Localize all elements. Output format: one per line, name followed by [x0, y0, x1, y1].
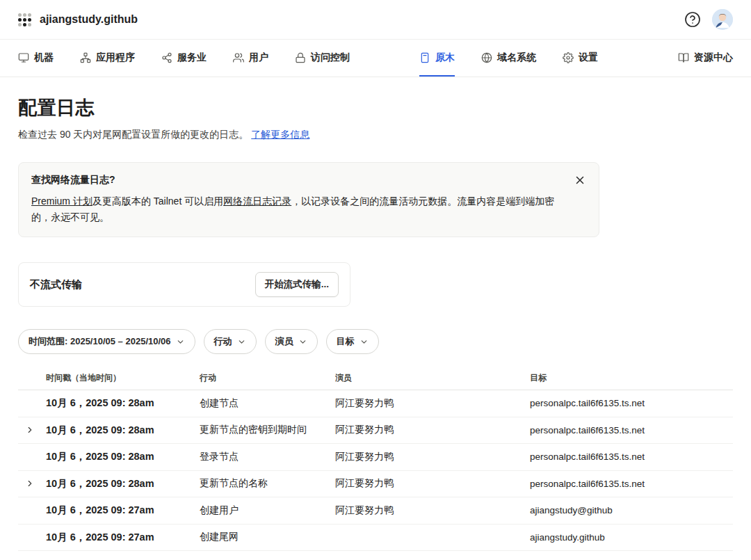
machines-icon [18, 52, 29, 63]
table-row: 10月 6，2025 09: 27am 创建用户 阿江要努力鸭 ajiangst… [18, 497, 733, 525]
log-target: personalpc.tail6f6135.ts.net [530, 398, 733, 408]
col-header-target: 目标 [530, 372, 733, 384]
help-button[interactable] [684, 11, 701, 28]
log-target: personalpc.tail6f6135.ts.net [530, 479, 733, 489]
banner-text-1: 及更高版本的 Tailnet 可以启用 [92, 195, 223, 207]
nav-label: 访问控制 [311, 51, 350, 64]
main-content: 配置日志 检查过去 90 天内对尾网配置设置所做的更改的日志。 了解更多信息 查… [0, 95, 751, 560]
col-header-actor: 演员 [335, 372, 530, 384]
nav-item-services[interactable]: 服务业 [161, 40, 207, 77]
target-filter-label: 目标 [337, 335, 355, 348]
chevron-down-icon [176, 337, 185, 346]
log-action: 登录节点 [200, 451, 335, 463]
nav-item-dns[interactable]: 域名系统 [481, 40, 536, 77]
page-subtitle: 检查过去 90 天内对尾网配置设置所做的更改的日志。 了解更多信息 [18, 129, 733, 141]
banner-title: 查找网络流量日志? [31, 174, 565, 186]
nav-label: 用户 [249, 51, 268, 64]
nav-label: 资源中心 [694, 51, 733, 64]
subtitle-text: 检查过去 90 天内对尾网配置设置所做的更改的日志。 [18, 129, 248, 140]
services-icon [161, 52, 172, 63]
dns-icon [481, 52, 492, 63]
log-action: 更新节点的名称 [200, 477, 335, 490]
nav-item-logs[interactable]: 原木 [419, 40, 455, 77]
target-filter[interactable]: 目标 [326, 329, 379, 354]
log-target: personalpc.tail6f6135.ts.net [530, 451, 733, 462]
nav-label: 应用程序 [96, 51, 135, 64]
row-expand-chevron[interactable] [25, 422, 40, 438]
nav-item-access-controls[interactable]: 访问控制 [295, 40, 350, 77]
log-target: ajiangstudy.github [530, 532, 733, 543]
book-icon [678, 52, 689, 63]
nav-label: 服务业 [177, 51, 207, 64]
row-expand-chevron[interactable] [25, 476, 40, 491]
apps-icon [80, 52, 91, 63]
top-header: ajiangstudy.github [0, 0, 751, 40]
log-actor: 阿江要努力鸭 [335, 397, 530, 410]
close-icon [574, 174, 586, 186]
banner-body: Premium 计划及更高版本的 Tailnet 可以启用网络流日志记录，以记录… [31, 193, 565, 225]
network-flow-logs-banner: 查找网络流量日志? Premium 计划及更高版本的 Tailnet 可以启用网… [18, 162, 599, 237]
nav-item-machines[interactable]: 机器 [18, 40, 54, 77]
table-row: 10月 6，2025 09: 28am 创建节点 阿江要努力鸭 personal… [18, 390, 733, 417]
network-flow-logging-link[interactable]: 网络流日志记录 [223, 195, 291, 207]
table-row: 10月 6，2025 09: 27am 创建尾网 ajiangstudy.git… [18, 525, 733, 552]
logs-table-body: 10月 6，2025 09: 28am 创建节点 阿江要努力鸭 personal… [18, 390, 733, 551]
nav-label: 设置 [579, 51, 598, 64]
nav-item-settings[interactable]: 设置 [563, 40, 598, 77]
log-action: 创建节点 [200, 397, 335, 410]
premium-plan-link[interactable]: Premium 计划 [31, 195, 92, 207]
log-actor: 阿江要努力鸭 [335, 424, 530, 436]
learn-more-link[interactable]: 了解更多信息 [251, 129, 309, 140]
start-streaming-button[interactable]: 开始流式传输... [255, 272, 339, 297]
log-action: 更新节点的密钥到期时间 [200, 424, 335, 436]
col-header-timestamp: 时间戳（当地时间） [46, 372, 200, 384]
chevron-down-icon [360, 337, 369, 346]
actor-filter[interactable]: 演员 [265, 329, 318, 354]
col-header-action: 行动 [200, 372, 335, 384]
user-avatar[interactable] [712, 9, 733, 30]
log-actor: 阿江要努力鸭 [335, 504, 530, 517]
log-target: personalpc.tail6f6135.ts.net [530, 425, 733, 435]
date-range-filter[interactable]: 时间范围: 2025/10/05 – 2025/10/06 [18, 329, 195, 354]
org-name: ajiangstudy.github [40, 13, 138, 26]
help-circle-icon [684, 11, 701, 28]
log-timestamp: 10月 6，2025 09: 27am [46, 504, 200, 517]
log-timestamp: 10月 6，2025 09: 28am [46, 450, 200, 463]
log-action: 创建尾网 [200, 531, 335, 543]
table-row: 10月 6，2025 09: 28am 更新节点的名称 阿江要努力鸭 perso… [18, 471, 733, 498]
table-row: 10月 6，2025 09: 28am 登录节点 阿江要努力鸭 personal… [18, 444, 733, 471]
logs-icon [419, 52, 430, 63]
nav-label: 机器 [34, 51, 54, 64]
nav-item-resource-center[interactable]: 资源中心 [678, 40, 733, 77]
table-row: 10月 6，2025 09: 28am 更新节点的密钥到期时间 阿江要努力鸭 p… [18, 417, 733, 445]
tailscale-logo-icon [18, 13, 31, 26]
banner-close-button[interactable] [574, 173, 589, 188]
nav-item-apps[interactable]: 应用程序 [80, 40, 135, 77]
stream-status: 不流式传输 [30, 278, 82, 291]
logs-table-header: 时间戳（当地时间） 行动 演员 目标 [18, 367, 733, 390]
logs-table: 时间戳（当地时间） 行动 演员 目标 10月 6，2025 09: 28am 创… [18, 367, 733, 551]
chevron-down-icon [237, 337, 246, 346]
log-action: 创建用户 [200, 504, 335, 517]
action-filter[interactable]: 行动 [204, 329, 257, 354]
main-nav: 机器 应用程序 服务业 用户 访问控制 原木 域名系统 设置 资源中心 [0, 40, 751, 77]
log-actor: 阿江要努力鸭 [335, 477, 530, 490]
log-actor: 阿江要努力鸭 [335, 451, 530, 463]
log-streaming-card: 不流式传输 开始流式传输... [18, 262, 350, 307]
log-timestamp: 10月 6，2025 09: 28am [46, 397, 200, 410]
log-filters: 时间范围: 2025/10/05 – 2025/10/06 行动 演员 目标 [18, 329, 733, 354]
log-timestamp: 10月 6，2025 09: 27am [46, 531, 200, 544]
actor-filter-label: 演员 [275, 335, 293, 348]
avatar-icon [712, 9, 733, 30]
users-icon [233, 52, 244, 63]
log-target: ajiangstudy@github [530, 505, 733, 515]
date-range-label: 时间范围: 2025/10/05 – 2025/10/06 [29, 335, 171, 348]
log-timestamp: 10月 6，2025 09: 28am [46, 477, 200, 490]
chevron-right-icon [25, 425, 35, 435]
chevron-down-icon [298, 337, 307, 346]
access-controls-icon [295, 52, 306, 63]
nav-item-users[interactable]: 用户 [233, 40, 268, 77]
nav-label: 原木 [435, 51, 455, 64]
page-title: 配置日志 [18, 95, 733, 120]
chevron-right-icon [25, 479, 35, 488]
